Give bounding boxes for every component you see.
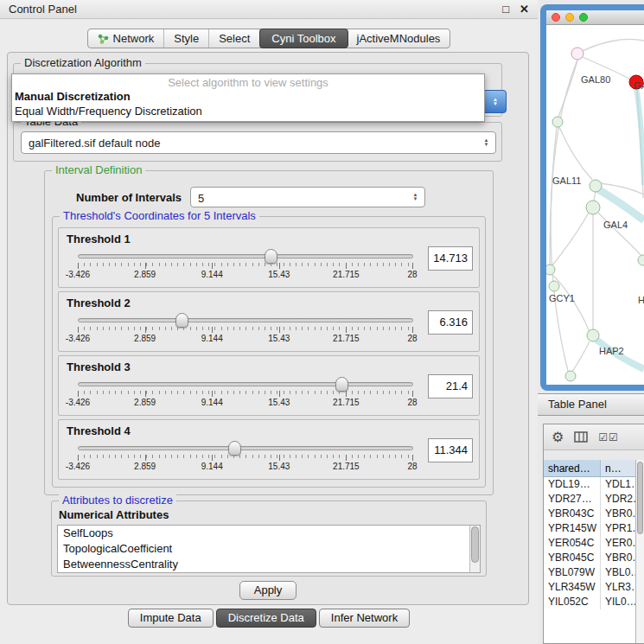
table-row[interactable]: YBL079WYBL0… [544,565,635,580]
close-panel-icon[interactable]: ✕ [520,3,529,16]
tab-impute-data[interactable]: Impute Data [128,609,214,628]
numerical-attributes-list[interactable]: SelfLoops TopologicalCoefficient Between… [57,525,481,573]
algorithm-placeholder: Select algorithm to view settings [12,76,484,89]
cyni-toolbox-content: Discretization Algorithm ▲ ▼ Select algo… [7,52,529,605]
column-header-shared-name[interactable]: shared… [544,460,601,476]
table-data-group: Table Data galFiltered.sif default node … [13,122,502,162]
slider-thumb[interactable] [228,441,241,456]
threshold-1-slider[interactable]: -3.4262.8599.14415.4321.71528 [78,249,413,285]
slider-thumb[interactable] [335,377,348,392]
zoom-window-icon[interactable] [579,13,588,22]
panel-title: Control Panel [9,3,77,16]
settings-gear-icon[interactable]: ⚙ [552,430,564,444]
minimize-window-icon[interactable] [565,13,574,22]
table-row[interactable]: YIL052CYIL0… [544,595,635,609]
table-row[interactable]: YER054CYER0… [544,536,635,551]
network-canvas[interactable]: GAL80 GAL11 GAL4 GCY1 HAP2 GA H [546,25,644,385]
list-item[interactable]: SelfLoops [58,526,480,541]
columns-icon[interactable] [574,431,588,443]
algorithm-option-manual[interactable]: Manual Discretization [12,89,484,104]
network-view-window: GAL80 GAL11 GAL4 GCY1 HAP2 GA H [540,4,644,391]
threshold-4-slider[interactable]: -3.4262.8599.14415.4321.71528 [78,441,413,477]
combo-stepper-icon[interactable]: ▲ ▼ [484,90,507,113]
slider-ticks [78,327,413,333]
table-panel-header: Table Panel [538,393,644,416]
threshold-1-row: Threshold 1 -3.4262.8599.14415.4321.7152… [58,227,480,288]
control-panel-titlebar: Control Panel □ ✕ [0,0,538,19]
slider-track[interactable] [78,318,413,322]
threshold-2-value-field[interactable]: 6.316 [428,310,473,335]
slider-track[interactable] [78,382,413,386]
threshold-4-value-field[interactable]: 11.344 [428,438,473,462]
select-columns-icon[interactable]: ☑☑ [598,432,619,443]
slider-ticks [78,391,413,397]
node-label: GAL4 [603,220,628,230]
table-row[interactable]: YDL19…YDL1… [544,477,635,492]
table-row[interactable]: YBR045CYBR0… [544,551,635,565]
scrollbar-thumb[interactable] [637,462,643,534]
discretization-algorithm-label: Discretization Algorithm [21,56,145,69]
float-panel-icon[interactable]: □ [502,3,509,16]
table-panel-title: Table Panel [548,398,607,411]
table-scrollbar[interactable] [635,460,644,643]
column-header-name[interactable]: n… [601,460,635,476]
attributes-group-label: Attributes to discretize [59,494,176,507]
slider-thumb[interactable] [265,249,277,264]
table-header-row: shared… n… [544,460,635,477]
combo-stepper-icon[interactable]: ▲▼ [410,193,421,201]
table-row[interactable]: YBR043CYBR0… [544,507,635,521]
network-icon [98,34,109,44]
slider-scale: -3.4262.8599.14415.4321.71528 [78,270,413,280]
threshold-4-label: Threshold 4 [67,424,131,437]
threshold-coordinates-label: Threshold's Coordinates for 5 Intervals [60,209,259,222]
threshold-4-row: Threshold 4 -3.4262.8599.14415.4321.7152… [58,419,480,480]
combo-stepper-icon[interactable]: ▲▼ [481,138,492,147]
table-toolbar: ⚙ ☑☑ [544,424,644,450]
list-item[interactable]: TopologicalCoefficient [58,541,480,557]
table-data-value: galFiltered.sif default node [29,132,475,154]
tab-network[interactable]: Network [88,29,165,48]
threshold-3-slider[interactable]: -3.4262.8599.14415.4321.71528 [78,377,413,413]
control-panel: Control Panel □ ✕ Network Style Select [0,0,538,644]
table-data-combobox[interactable]: galFiltered.sif default node ▲▼ [21,131,496,154]
node-label: H [638,295,644,305]
scrollbar-thumb[interactable] [471,526,479,563]
bottom-tab-bar: Impute Data Discretize Data Infer Networ… [0,609,538,628]
slider-track[interactable] [78,254,413,258]
list-item[interactable]: BetweennessCentrality [58,557,480,572]
tab-jactivemnodules[interactable]: jActiveMNodules [348,29,450,48]
node-label: GCY1 [549,293,575,303]
slider-scale: -3.4262.8599.14415.4321.71528 [78,398,413,408]
threshold-2-row: Threshold 2 -3.4262.8599.14415.4321.7152… [58,291,480,352]
threshold-3-value-field[interactable]: 21.4 [428,374,473,399]
threshold-1-value-field[interactable]: 14.713 [428,246,473,271]
slider-track[interactable] [78,446,413,450]
table-row[interactable]: YPR145WYPR1… [544,521,635,536]
attributes-scrollbar[interactable] [469,526,480,572]
tab-infer-network[interactable]: Infer Network [319,609,410,628]
threshold-3-row: Threshold 3 -3.4262.8599.14415.4321.7152… [58,355,480,416]
threshold-2-slider[interactable]: -3.4262.8599.14415.4321.71528 [78,313,413,349]
number-of-intervals-value: 5 [198,188,404,209]
table-row[interactable]: YDR27…YDR2… [544,492,635,507]
network-window-titlebar[interactable] [546,10,644,25]
interval-definition-label: Interval Definition [52,163,145,176]
tab-style[interactable]: Style [164,29,209,48]
tab-cyni-toolbox[interactable]: Cyni Toolbox [259,29,348,48]
table-row[interactable]: YLR345WYLR3… [544,580,635,595]
threshold-3-label: Threshold 3 [67,360,131,373]
algorithm-dropdown-popup: Select algorithm to view settings Manual… [11,73,485,122]
close-window-icon[interactable] [552,13,560,22]
node-label: GAL11 [552,175,581,186]
application-window: Control Panel □ ✕ Network Style Select [0,0,644,644]
apply-button[interactable]: Apply [239,581,296,600]
top-tab-bar: Network Style Select Cyni Toolbox jActiv… [0,29,538,48]
algorithm-option-equal-width[interactable]: Equal Width/Frequency Discretization [12,104,484,118]
tab-select[interactable]: Select [209,29,260,48]
tab-discretize-data[interactable]: Discretize Data [216,609,316,628]
node-label: HAP2 [599,346,624,356]
number-of-intervals-label: Number of Intervals [76,191,182,204]
number-of-intervals-combobox[interactable]: 5 ▲▼ [190,187,425,207]
slider-thumb[interactable] [175,313,188,328]
table-panel-window: ⚙ ☑☑ shared… n… YDL19…YDL1… YDR27…YDR2… … [543,424,644,644]
